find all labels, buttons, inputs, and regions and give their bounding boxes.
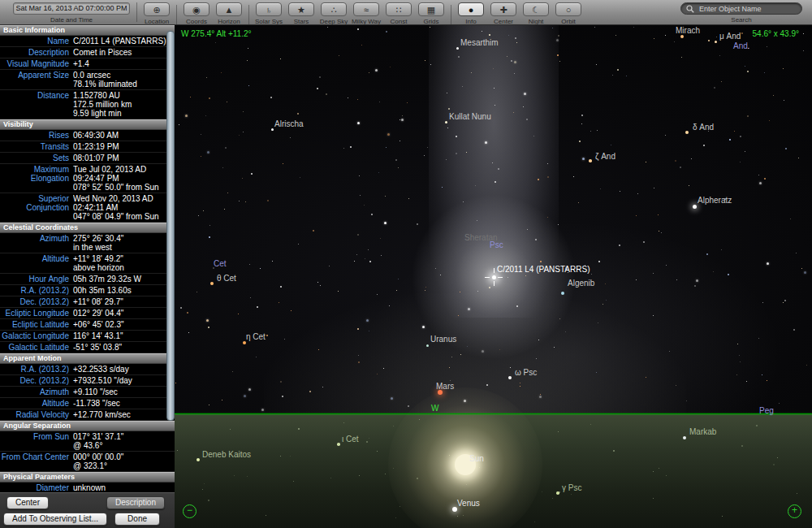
background-star bbox=[187, 312, 188, 314]
add-to-observing-list-button[interactable]: Add To Observing List... bbox=[3, 513, 107, 526]
background-star bbox=[681, 57, 682, 58]
info-value-line: 012° 29' 04.4" bbox=[73, 309, 175, 318]
sun-label[interactable]: Sun bbox=[469, 454, 484, 463]
background-star bbox=[477, 220, 477, 221]
sky-label-zeta-and[interactable]: ζ And bbox=[595, 152, 615, 161]
sky-label-mirach[interactable]: Mirach bbox=[676, 26, 700, 35]
sky-label-theta-cet[interactable]: θ Cet bbox=[217, 274, 236, 283]
search-input[interactable] bbox=[698, 4, 797, 14]
toolbar-separator bbox=[248, 5, 249, 24]
sky-view[interactable]: Mirachμ AndMesarthimAnd.Kullat NunuAlris… bbox=[175, 25, 812, 528]
sky-label-kullat-nunu[interactable]: Kullat Nunu bbox=[449, 112, 491, 121]
sky-label-and-label[interactable]: And. bbox=[733, 41, 750, 50]
toolbar-button-horizon[interactable]: ▲Horizon bbox=[213, 2, 245, 25]
sky-object-kullat-nunu[interactable] bbox=[445, 121, 447, 123]
sky-label-markab[interactable]: Markab bbox=[689, 427, 716, 436]
datetime-field[interactable]: Sat Mar 16, 2013 AD 07:00:00 PM bbox=[13, 2, 130, 15]
sky-label-algenib[interactable]: Algenib bbox=[568, 279, 594, 288]
sky-label-omega-psc[interactable]: ω Psc bbox=[515, 368, 537, 377]
background-star bbox=[379, 102, 380, 102]
info-row: Azimuth+9.110 "/sec bbox=[0, 387, 175, 398]
info-row-label: Ecliptic Longitude bbox=[0, 309, 73, 318]
comet-crosshair-tick bbox=[498, 277, 503, 278]
sky-object-eta-cet[interactable] bbox=[243, 341, 246, 344]
sky-label-mars[interactable]: Mars bbox=[436, 382, 454, 391]
background-star bbox=[378, 172, 379, 173]
toolbar-button-milky-way[interactable]: ≈Milky Way bbox=[350, 2, 382, 25]
info-row: Altitude-11.738 "/sec bbox=[0, 398, 175, 409]
sky-label-cet-label[interactable]: Cet bbox=[214, 259, 227, 268]
toolbar-button-stars[interactable]: ★Stars bbox=[285, 2, 317, 25]
toolbar-button-grids[interactable]: ▦Grids bbox=[415, 2, 447, 25]
background-star bbox=[547, 217, 548, 218]
background-star bbox=[773, 95, 774, 96]
sky-object-mesarthim[interactable] bbox=[456, 47, 459, 50]
background-star bbox=[746, 381, 747, 382]
sky-label-alrischa[interactable]: Alrischa bbox=[274, 119, 304, 128]
toolbar-group: ♄Solar Sys★Stars∴Deep Sky≈Milky Way∷Cons… bbox=[253, 2, 447, 25]
sky-label-eta-cet[interactable]: η Cet bbox=[246, 332, 266, 341]
toolbar-button-info[interactable]: ●Info bbox=[455, 2, 487, 25]
toolbar-button-coords[interactable]: ◉Coords bbox=[180, 2, 213, 25]
sky-label-uranus[interactable]: Uranus bbox=[430, 335, 456, 344]
sky-label-mu-and[interactable]: μ And bbox=[719, 32, 741, 41]
toolbar-button-orbit[interactable]: ○Orbit bbox=[552, 2, 585, 25]
toolbar-button-solar-sys[interactable]: ♄Solar Sys bbox=[253, 2, 285, 25]
toolbar-button-const[interactable]: ∷Const bbox=[382, 2, 415, 25]
sky-label-deneb-kaitos[interactable]: Deneb Kaitos bbox=[202, 450, 251, 459]
zoom-out-button[interactable]: − bbox=[183, 504, 197, 518]
sky-object-alrischa[interactable] bbox=[271, 128, 274, 131]
background-star bbox=[740, 361, 741, 362]
background-star bbox=[387, 133, 390, 136]
comet[interactable] bbox=[492, 275, 496, 279]
background-star bbox=[643, 241, 645, 243]
done-button[interactable]: Done bbox=[114, 513, 160, 526]
toolbar-button-deep-sky[interactable]: ∴Deep Sky bbox=[317, 2, 350, 25]
background-star bbox=[758, 338, 759, 339]
zoom-in-button[interactable]: + bbox=[788, 504, 801, 518]
panel-scrollbar[interactable] bbox=[166, 27, 175, 482]
sky-object-zeta-and[interactable] bbox=[589, 159, 592, 162]
sky-label-mesarthim[interactable]: Mesarthim bbox=[460, 38, 499, 47]
sky-label-iota-cet[interactable]: ι Cet bbox=[342, 435, 359, 444]
fov-size-readout: 54.6° x 43.9° bbox=[753, 29, 799, 38]
panel-footer: Center Description Add To Observing List… bbox=[0, 492, 175, 528]
sky-object-markab[interactable] bbox=[683, 436, 686, 439]
toolbar-button-night[interactable]: ☾Night bbox=[520, 2, 552, 25]
background-star bbox=[659, 231, 659, 232]
sky-object-uranus[interactable] bbox=[426, 344, 429, 347]
sky-object-mu-and[interactable] bbox=[715, 41, 717, 43]
center-button[interactable]: Center bbox=[6, 496, 49, 509]
sky-object-alpheratz[interactable] bbox=[693, 205, 697, 209]
sky-label-delta-and[interactable]: δ And bbox=[693, 123, 714, 132]
sky-object-theta-cet[interactable] bbox=[210, 282, 214, 285]
background-star bbox=[737, 344, 738, 344]
background-star bbox=[242, 178, 243, 179]
search-field[interactable] bbox=[680, 2, 802, 15]
sky-label-venus[interactable]: Venus bbox=[457, 499, 480, 508]
toolbar-button-location[interactable]: ⊕Location bbox=[140, 2, 173, 25]
sky-label-gamma-psc[interactable]: γ Psc bbox=[562, 483, 581, 492]
sky-object-iota-cet[interactable] bbox=[337, 443, 340, 446]
sky-object-delta-and[interactable] bbox=[685, 131, 689, 134]
scrollbar-thumb[interactable] bbox=[166, 31, 175, 421]
toolbar-button-center[interactable]: ✚Center bbox=[487, 2, 520, 25]
info-row-label: From Sun bbox=[0, 432, 73, 450]
sky-object-omega-psc[interactable] bbox=[508, 376, 512, 379]
background-star bbox=[611, 145, 611, 145]
info-row: From Chart Center000° 00' 00.0"@ 323.1° bbox=[0, 452, 175, 472]
info-row-value: 06:49:30 AM bbox=[73, 131, 175, 140]
sky-label-alpheratz[interactable]: Alpheratz bbox=[698, 196, 732, 205]
sky-object-gamma-psc[interactable] bbox=[556, 491, 559, 495]
background-star bbox=[280, 286, 282, 288]
background-star bbox=[547, 176, 549, 178]
description-button[interactable]: Description bbox=[106, 496, 165, 509]
comet-label[interactable]: C/2011 L4 (PANSTARRS) bbox=[497, 265, 590, 274]
toolbar-button-label: Info bbox=[455, 18, 487, 25]
background-star bbox=[612, 75, 613, 76]
background-star bbox=[400, 119, 400, 120]
background-star bbox=[208, 327, 209, 328]
sky-object-mirach[interactable] bbox=[680, 35, 684, 38]
sky-label-psc-label[interactable]: Psc bbox=[490, 240, 503, 249]
sky-label-peg-label[interactable]: Peg bbox=[759, 406, 774, 415]
